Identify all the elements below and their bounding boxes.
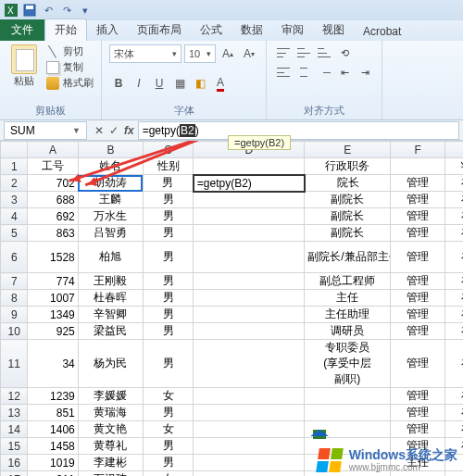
paste-button[interactable]: 粘贴 bbox=[7, 44, 41, 90]
formula-bar[interactable]: =getpy(B2) bbox=[138, 121, 459, 140]
worksheet-grid[interactable]: A B C D E F G 1 工号姓名性别 行政职务状态 2 702 胡劲涛 … bbox=[0, 141, 463, 476]
col-header-F[interactable]: F bbox=[391, 142, 445, 158]
row-header[interactable]: 5 bbox=[1, 225, 28, 242]
chevron-down-icon[interactable]: ▼ bbox=[72, 126, 81, 135]
cell[interactable]: 主任助理 bbox=[305, 307, 391, 323]
cell[interactable]: 管理 bbox=[391, 225, 445, 242]
tab-acrobat[interactable]: Acrobat bbox=[354, 22, 410, 41]
row-header[interactable]: 17 bbox=[1, 471, 28, 477]
undo-icon[interactable]: ↶ bbox=[41, 3, 56, 18]
cell[interactable]: 在岗 bbox=[445, 307, 463, 323]
cell[interactable]: 925 bbox=[28, 323, 78, 340]
cell[interactable]: 1007 bbox=[28, 290, 78, 307]
cell[interactable]: 男 bbox=[143, 323, 193, 340]
copy-button[interactable]: 复制 bbox=[46, 60, 94, 74]
font-size-combo[interactable]: 10▾ bbox=[184, 44, 216, 63]
tab-insert[interactable]: 插入 bbox=[87, 19, 128, 41]
cell[interactable]: 男 bbox=[143, 273, 193, 290]
cell[interactable]: 王刚毅 bbox=[78, 273, 143, 290]
orientation-button[interactable]: ⟲ bbox=[335, 44, 354, 61]
cell[interactable]: 柏旭 bbox=[78, 242, 143, 273]
row-header[interactable]: 3 bbox=[1, 192, 28, 208]
border-button[interactable]: ▦ bbox=[170, 74, 189, 93]
cell[interactable]: 男 bbox=[143, 242, 193, 273]
select-all-corner[interactable] bbox=[1, 142, 28, 158]
cell[interactable]: 在岗 bbox=[445, 421, 463, 438]
cell[interactable]: 调研员 bbox=[305, 323, 391, 340]
cell[interactable]: 1349 bbox=[28, 307, 78, 323]
cell[interactable]: 女 bbox=[143, 471, 193, 477]
row-header[interactable]: 7 bbox=[1, 273, 28, 290]
row-header[interactable]: 14 bbox=[1, 421, 28, 438]
cell[interactable]: 在岗 bbox=[445, 388, 463, 405]
cell[interactable] bbox=[305, 405, 391, 421]
font-color-button[interactable]: A bbox=[211, 74, 230, 93]
cell[interactable]: 1239 bbox=[28, 388, 78, 405]
tab-review[interactable]: 审阅 bbox=[272, 19, 313, 41]
cell[interactable] bbox=[194, 421, 305, 438]
cut-button[interactable]: 剪切 bbox=[46, 44, 94, 58]
save-icon[interactable] bbox=[22, 3, 37, 18]
cell[interactable]: 副院长/兼品部主任 bbox=[305, 242, 391, 273]
cell[interactable]: 杜春晖 bbox=[78, 290, 143, 307]
col-header-G[interactable]: G bbox=[445, 142, 463, 158]
cell[interactable] bbox=[194, 208, 305, 225]
editing-cell[interactable]: =getpy(B2) bbox=[194, 175, 305, 192]
row-header[interactable]: 4 bbox=[1, 208, 28, 225]
cell[interactable]: 副院长 bbox=[305, 208, 391, 225]
cell[interactable] bbox=[305, 388, 391, 405]
cell[interactable]: 李媛媛 bbox=[78, 388, 143, 405]
row-header[interactable]: 2 bbox=[1, 175, 28, 192]
cell[interactable]: 管理 bbox=[391, 208, 445, 225]
cell[interactable]: 1406 bbox=[28, 421, 78, 438]
cell[interactable]: 梁益民 bbox=[78, 323, 143, 340]
cell[interactable]: 1458 bbox=[28, 438, 78, 455]
col-header-A[interactable]: A bbox=[28, 142, 78, 158]
cell[interactable]: 1019 bbox=[28, 455, 78, 471]
cell[interactable] bbox=[194, 158, 305, 175]
cell[interactable] bbox=[194, 273, 305, 290]
cell[interactable]: 863 bbox=[28, 225, 78, 242]
cell[interactable]: 黄尊礼 bbox=[78, 438, 143, 455]
cell[interactable]: 男 bbox=[143, 175, 193, 192]
cell[interactable] bbox=[194, 307, 305, 323]
cell[interactable]: 774 bbox=[28, 273, 78, 290]
cell[interactable]: 吕智勇 bbox=[78, 225, 143, 242]
cell[interactable]: 男 bbox=[143, 405, 193, 421]
cell[interactable]: 管理 bbox=[391, 388, 445, 405]
cell[interactable]: 688 bbox=[28, 192, 78, 208]
cell[interactable]: 女 bbox=[143, 421, 193, 438]
name-box[interactable]: SUM ▼ bbox=[4, 121, 87, 140]
decrease-indent-button[interactable]: ⇤ bbox=[335, 64, 354, 81]
col-header-B[interactable]: B bbox=[78, 142, 143, 158]
cell[interactable]: 男 bbox=[143, 225, 193, 242]
shrink-font-button[interactable]: A▾ bbox=[240, 44, 258, 63]
enter-formula-button[interactable]: ✓ bbox=[109, 124, 119, 137]
cell[interactable] bbox=[194, 471, 305, 477]
cell[interactable]: 在岗 bbox=[445, 225, 463, 242]
format-painter-button[interactable]: 格式刷 bbox=[46, 76, 94, 90]
row-header[interactable]: 15 bbox=[1, 438, 28, 455]
cell[interactable]: 工号 bbox=[28, 158, 78, 175]
row-header[interactable]: 16 bbox=[1, 455, 28, 471]
cell[interactable]: 911 bbox=[28, 471, 78, 477]
cell[interactable]: 性别 bbox=[143, 158, 193, 175]
increase-indent-button[interactable]: ⇥ bbox=[356, 64, 374, 81]
cell[interactable]: 在岗 bbox=[445, 323, 463, 340]
cell[interactable] bbox=[194, 438, 305, 455]
cell[interactable]: 副总工程师 bbox=[305, 273, 391, 290]
row-header[interactable]: 8 bbox=[1, 290, 28, 307]
cell[interactable]: 副院长 bbox=[305, 225, 391, 242]
cell[interactable]: 在岗 bbox=[445, 273, 463, 290]
cell[interactable] bbox=[194, 405, 305, 421]
row-header[interactable]: 12 bbox=[1, 388, 28, 405]
cell[interactable]: 管理 bbox=[391, 307, 445, 323]
cell[interactable] bbox=[194, 455, 305, 471]
row-header[interactable]: 11 bbox=[1, 340, 28, 388]
cell[interactable]: 万汉玮 bbox=[78, 471, 143, 477]
fx-icon[interactable]: fx bbox=[124, 124, 134, 137]
cell[interactable]: 管理 bbox=[391, 242, 445, 273]
tab-home[interactable]: 开始 bbox=[44, 19, 87, 41]
cell[interactable]: 男 bbox=[143, 290, 193, 307]
fill-color-button[interactable]: ◧ bbox=[191, 74, 209, 93]
